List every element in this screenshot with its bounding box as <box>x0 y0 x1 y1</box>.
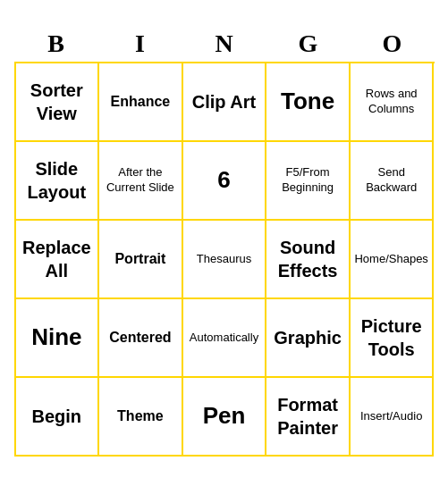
cell-text-15: Nine <box>31 323 81 353</box>
bingo-grid: Sorter ViewEnhanceClip ArtToneRows and C… <box>14 62 435 457</box>
cell-text-21: Theme <box>117 407 164 426</box>
table-cell-8: F5/From Beginning <box>266 142 351 221</box>
table-cell-3: Tone <box>266 63 351 142</box>
cell-text-12: Thesaurus <box>197 252 251 267</box>
cell-text-10: Replace All <box>20 236 95 282</box>
bingo-card: B I N G O Sorter ViewEnhanceClip ArtTone… <box>14 29 435 457</box>
table-cell-10: Replace All <box>16 221 100 299</box>
cell-text-14: Home/Shapes <box>354 252 427 267</box>
cell-text-19: Picture Tools <box>354 314 429 361</box>
cell-text-2: Clip Art <box>192 90 256 113</box>
table-cell-2: Clip Art <box>183 63 267 142</box>
cell-text-1: Enhance <box>111 93 171 112</box>
cell-text-5: Slide Layout <box>20 157 95 204</box>
cell-text-8: F5/From Beginning <box>270 165 345 196</box>
table-cell-0: Sorter View <box>16 63 100 142</box>
header-o: O <box>353 29 432 58</box>
table-cell-1: Enhance <box>99 63 183 142</box>
cell-text-4: Rows and Columns <box>354 87 429 117</box>
cell-text-9: Send Backward <box>354 165 429 196</box>
table-cell-15: Nine <box>16 299 100 378</box>
table-cell-6: After the Current Slide <box>99 142 183 221</box>
table-cell-18: Graphic <box>266 299 351 378</box>
cell-text-23: Format Painter <box>270 393 345 440</box>
cell-text-20: Begin <box>32 405 82 428</box>
table-cell-11: Portrait <box>99 221 183 299</box>
cell-text-6: After the Current Slide <box>103 165 178 196</box>
header-g: G <box>269 29 348 58</box>
table-cell-17: Automatically <box>183 299 267 378</box>
cell-text-18: Graphic <box>274 326 342 349</box>
table-cell-19: Picture Tools <box>351 299 435 378</box>
cell-text-11: Portrait <box>114 250 165 269</box>
table-cell-23: Format Painter <box>266 378 351 457</box>
cell-text-3: Tone <box>281 87 334 117</box>
table-cell-16: Centered <box>99 299 183 378</box>
table-cell-20: Begin <box>16 378 100 457</box>
header-n: N <box>185 29 264 58</box>
cell-text-22: Pen <box>203 401 246 432</box>
header-i: I <box>101 29 180 58</box>
header-row: B I N G O <box>14 29 435 58</box>
cell-text-13: Sound Effects <box>270 236 345 282</box>
table-cell-22: Pen <box>183 378 267 457</box>
cell-text-24: Insert/Audio <box>360 409 422 424</box>
table-cell-21: Theme <box>99 378 183 457</box>
table-cell-13: Sound Effects <box>266 221 351 299</box>
cell-text-17: Automatically <box>190 331 258 346</box>
table-cell-9: Send Backward <box>351 142 435 221</box>
table-cell-5: Slide Layout <box>16 142 100 221</box>
table-cell-12: Thesaurus <box>183 221 267 299</box>
table-cell-7: 6 <box>183 142 267 221</box>
cell-text-7: 6 <box>217 165 230 196</box>
table-cell-4: Rows and Columns <box>351 63 435 142</box>
header-b: B <box>17 29 96 58</box>
table-cell-24: Insert/Audio <box>351 378 435 457</box>
cell-text-16: Centered <box>109 329 171 348</box>
cell-text-0: Sorter View <box>20 79 95 125</box>
table-cell-14: Home/Shapes <box>351 221 435 299</box>
